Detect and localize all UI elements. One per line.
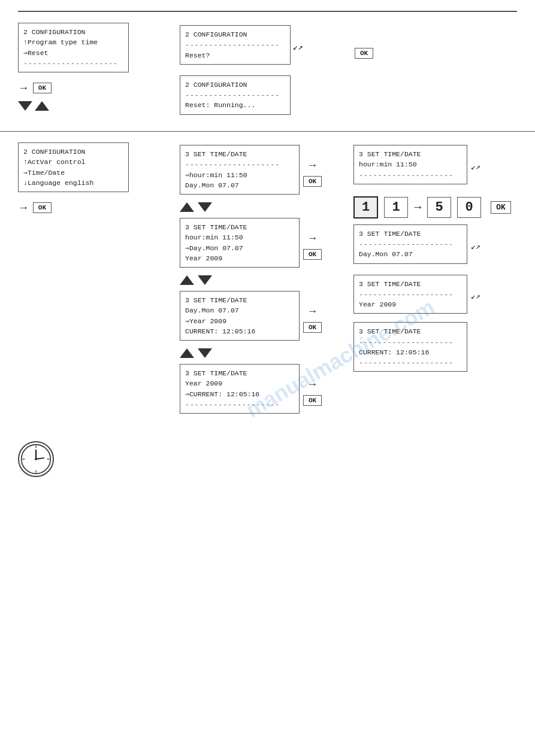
small-arrows-1 — [180, 202, 212, 212]
arrows-indicator-1: ↙↗ — [293, 42, 303, 52]
config-box-2: 2 CONFIGURATION -------------------- Res… — [180, 25, 291, 65]
set-time-box-3: 3 SET TIME/DATE Day.Mon 07.07 ⇒Year 2009… — [180, 291, 300, 341]
up-arrow-mid-3[interactable] — [180, 348, 194, 358]
config-reset-question: Reset? — [185, 50, 285, 60]
ok-mid-4[interactable]: OK — [303, 395, 322, 406]
small-arrows-3 — [180, 348, 212, 358]
config-title-1: 2 CONFIGURATION — [23, 27, 123, 37]
down-arrow-mid-3[interactable] — [198, 348, 212, 358]
set-time-l1-3: Day.Mon 07.07 — [185, 305, 294, 315]
set-time-right-title-1: 3 SET TIME/DATE — [359, 149, 462, 159]
set-time-right-l1-1: hour:min 11:50 — [359, 159, 462, 169]
set-time-title-2: 3 SET TIME/DATE — [185, 222, 294, 232]
digit-2[interactable]: 1 — [384, 197, 408, 218]
set-time-l2-2: ⇒Day.Mon 07.07 — [185, 243, 294, 253]
set-time-right-title-3: 3 SET TIME/DATE — [359, 279, 462, 289]
nav-arrows-1 — [18, 101, 49, 111]
digit-separator: → — [414, 201, 421, 214]
digit-4[interactable]: 0 — [457, 197, 481, 218]
s2-mid-row1: 3 SET TIME/DATE -------------------- ⇒ho… — [180, 145, 323, 199]
down-arrow-mid-2[interactable] — [198, 275, 212, 285]
set-time-right-l1-3: Year 2009 — [359, 299, 462, 309]
section2-col-left: 2 CONFIGURATION ↑ActVar control ⇒Time/Da… — [18, 142, 180, 418]
config-line1-1: ↑Program type time — [23, 37, 123, 47]
down-arrow-icon-1[interactable] — [18, 101, 32, 111]
section1-ok-row: → OK — [18, 80, 53, 96]
set-time-title-3: 3 SET TIME/DATE — [185, 295, 294, 305]
s2-right-row4: 3 SET TIME/DATE -------------------- CUR… — [353, 322, 467, 377]
arrow-right-mid-4: → — [309, 378, 316, 390]
s2-mid-row4: 3 SET TIME/DATE Year 2009 ⇒CURRENT: 12:0… — [180, 364, 323, 418]
config-title-s2: 2 CONFIGURATION — [23, 147, 123, 157]
set-time-box-1: 3 SET TIME/DATE -------------------- ⇒ho… — [180, 145, 300, 195]
s2-mid-row3: 3 SET TIME/DATE Day.Mon 07.07 ⇒Year 2009… — [180, 291, 323, 345]
section2-ok-row: → OK — [18, 199, 53, 216]
set-time-title-4: 3 SET TIME/DATE — [185, 368, 294, 378]
config-s2-l3: ↓Language english — [23, 178, 123, 188]
arrow-right-mid-1: → — [309, 159, 316, 171]
up-arrow-mid-1[interactable] — [180, 202, 194, 212]
digit-3[interactable]: 5 — [427, 197, 451, 218]
config-s2-l1: ↑ActVar control — [23, 157, 123, 167]
set-time-dashes-1: -------------------- — [185, 159, 294, 169]
config-box-3: 2 CONFIGURATION -------------------- Res… — [180, 75, 291, 115]
config-dashes-3: -------------------- — [185, 90, 285, 100]
set-time-right-dashes-4b: -------------------- — [359, 357, 462, 368]
set-time-box-4: 3 SET TIME/DATE Year 2009 ⇒CURRENT: 12:0… — [180, 364, 300, 414]
ok-button-right-1[interactable]: OK — [355, 48, 373, 59]
svg-line-2 — [36, 458, 44, 459]
set-time-box-2: 3 SET TIME/DATE hour:min 11:50 ⇒Day.Mon … — [180, 218, 300, 268]
s2-mid-arrow-ok-1: → OK — [302, 157, 323, 188]
section2-col-right: 3 SET TIME/DATE hour:min 11:50 ---------… — [353, 142, 517, 418]
ok-mid-1[interactable]: OK — [303, 176, 322, 187]
set-time-right-l1-4: CURRENT: 12:05:16 — [359, 347, 462, 357]
section2-col-mid: 3 SET TIME/DATE -------------------- ⇒ho… — [180, 142, 353, 418]
section-2: 2 CONFIGURATION ↑ActVar control ⇒Time/Da… — [0, 132, 535, 429]
digit-1[interactable]: 1 — [353, 196, 378, 218]
clock-icon — [18, 441, 54, 477]
up-arrow-mid-2[interactable] — [180, 275, 194, 285]
ok-mid-3[interactable]: OK — [303, 322, 322, 333]
config-title-2: 2 CONFIGURATION — [185, 29, 285, 40]
s2-mid-arrow-ok-3: → OK — [302, 303, 323, 334]
config-s2-l2: ⇒Time/Date — [23, 168, 123, 178]
set-time-l2-1: Day.Mon 07.07 — [185, 180, 294, 190]
section-1: 2 CONFIGURATION ↑Program type time ⇒Rese… — [0, 12, 535, 132]
page: 2 CONFIGURATION ↑Program type time ⇒Rese… — [0, 11, 535, 756]
set-time-l2-3: ⇒Year 2009 — [185, 316, 294, 326]
s2-mid-row2: 3 SET TIME/DATE hour:min 11:50 ⇒Day.Mon … — [180, 218, 323, 272]
set-time-right-dashes-3: -------------------- — [359, 289, 462, 299]
set-time-l3-3: CURRENT: 12:05:16 — [185, 326, 294, 336]
config-box-3-wrap: 2 CONFIGURATION -------------------- Res… — [180, 75, 291, 120]
s2-right-row1: 3 SET TIME/DATE hour:min 11:50 ---------… — [353, 145, 480, 189]
set-time-right-box-4: 3 SET TIME/DATE -------------------- CUR… — [353, 322, 467, 372]
arrow-right-1: → — [20, 82, 27, 94]
svg-point-3 — [35, 458, 37, 460]
set-time-l3-2: Year 2009 — [185, 253, 294, 263]
up-arrow-icon-1[interactable] — [35, 101, 49, 111]
down-arrow-mid-1[interactable] — [198, 202, 212, 212]
ok-button-s2[interactable]: OK — [33, 202, 52, 213]
set-time-dashes-4: -------------------- — [185, 399, 294, 409]
section1-mid-box1-row: 2 CONFIGURATION -------------------- Res… — [180, 25, 303, 69]
set-time-title-1: 3 SET TIME/DATE — [185, 149, 294, 159]
config-line2-1: ⇒Reset — [23, 48, 123, 58]
ok-digit[interactable]: OK — [491, 201, 511, 214]
set-time-right-title-2: 3 SET TIME/DATE — [359, 229, 462, 239]
arrow-right-mid-2: → — [309, 232, 316, 244]
clock-icon-area — [0, 429, 535, 489]
set-time-right-box-3: 3 SET TIME/DATE -------------------- Yea… — [353, 275, 467, 314]
set-time-right-box-1: 3 SET TIME/DATE hour:min 11:50 ---------… — [353, 145, 467, 184]
config-box-1: 2 CONFIGURATION ↑Program type time ⇒Rese… — [18, 23, 129, 72]
ok-button-1[interactable]: OK — [33, 83, 52, 93]
s2-mid-arrow-ok-2: → OK — [302, 230, 323, 261]
arrows-indicator-right-2: ↙↗ — [471, 242, 480, 251]
config-dashes-1: -------------------- — [23, 58, 123, 68]
section1-col-right: OK — [353, 23, 517, 120]
set-time-l1-4: Year 2009 — [185, 378, 294, 388]
arrow-right-s2: → — [20, 202, 27, 214]
ok-mid-2[interactable]: OK — [303, 249, 322, 260]
set-time-right-dashes-4a: -------------------- — [359, 337, 462, 347]
set-time-right-box-2: 3 SET TIME/DATE -------------------- Day… — [353, 224, 467, 264]
s2-mid-arrow-ok-4: → OK — [302, 376, 323, 407]
